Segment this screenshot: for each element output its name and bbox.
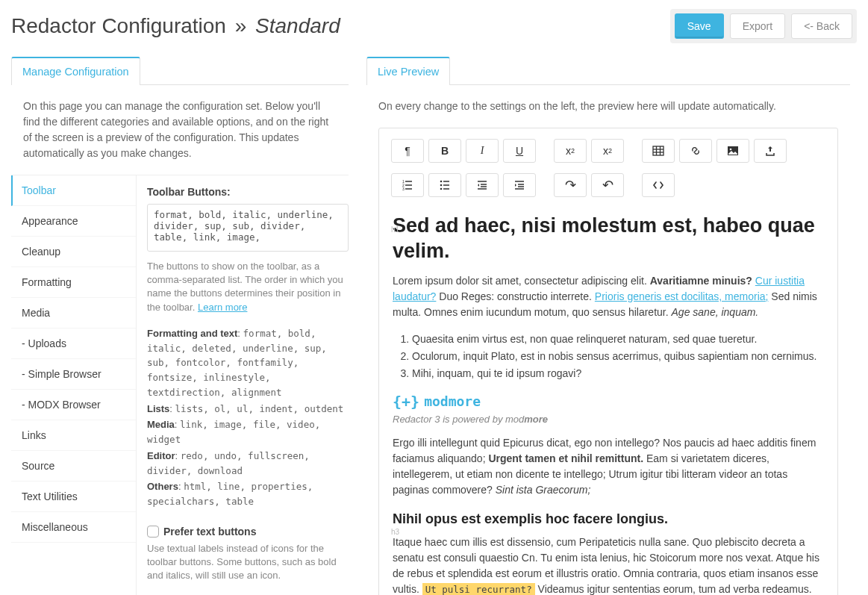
- sidebar-item-cleanup[interactable]: Cleanup: [11, 237, 136, 267]
- right-intro-text: On every change to the settings on the l…: [366, 85, 850, 128]
- subscript-button[interactable]: x2: [591, 139, 624, 163]
- svg-point-13: [440, 181, 443, 183]
- indent-button[interactable]: [503, 173, 536, 197]
- sidebar-item-uploads[interactable]: - Uploads: [11, 328, 136, 359]
- preview-heading-3: Nihil opus est exemplis hoc facere longi…: [393, 511, 824, 527]
- right-tabs: Live Preview: [366, 57, 850, 85]
- modmore-logo: {+} modmore: [393, 393, 824, 411]
- header-buttons: Save Export <- Back: [670, 9, 857, 43]
- sidebar-item-toolbar[interactable]: Toolbar: [11, 175, 136, 206]
- tab-live-preview[interactable]: Live Preview: [366, 57, 450, 85]
- left-tabs: Manage Configuration: [11, 57, 349, 85]
- sidebar-item-formatting[interactable]: Formatting: [11, 267, 136, 298]
- indent-icon: [513, 179, 525, 191]
- h1-tag-label: h1: [391, 225, 399, 234]
- image-icon: [727, 145, 739, 157]
- preview-paragraph-2: Ergo illi intellegunt quid Epicurus dica…: [393, 435, 824, 498]
- upload-button[interactable]: [754, 139, 787, 163]
- save-button[interactable]: Save: [675, 13, 724, 39]
- italic-button[interactable]: I: [466, 139, 499, 163]
- h3-tag-label: h3: [391, 528, 399, 536]
- tab-manage-configuration[interactable]: Manage Configuration: [11, 57, 140, 85]
- undo-button[interactable]: ↶: [591, 173, 624, 197]
- preview-link-2[interactable]: Prioris generis est docilitas, memoria;: [595, 290, 769, 302]
- title-separator: »: [235, 14, 247, 37]
- ol-icon: 123: [402, 179, 413, 191]
- preview-editor: ¶ B I U x2 x2: [378, 128, 838, 595]
- toolbar-buttons-help: The buttons to show on the toolbar, as a…: [147, 260, 349, 314]
- prefer-text-label: Prefer text buttons: [163, 526, 256, 538]
- list-item: Quaesita enim virtus est, non quae relin…: [412, 331, 824, 348]
- list-item: Oculorum, inquit Plato, est in nobis sen…: [412, 348, 824, 365]
- link-button[interactable]: [679, 139, 712, 163]
- list-item: Mihi, inquam, qui te id ipsum rogavi?: [412, 365, 824, 382]
- title-prefix: Redactor Configuration: [11, 14, 226, 37]
- sidebar-item-text-utilities[interactable]: Text Utilities: [11, 482, 136, 512]
- sidebar-item-modx-browser[interactable]: - MODX Browser: [11, 390, 136, 420]
- page-title: Redactor Configuration » Standard: [11, 14, 340, 38]
- toolbar-buttons-label: Toolbar Buttons:: [147, 186, 349, 198]
- link-icon: [690, 145, 702, 157]
- svg-point-6: [730, 149, 732, 151]
- sidebar-item-appearance[interactable]: Appearance: [11, 206, 136, 237]
- redo-button[interactable]: ↷: [554, 173, 587, 197]
- preview-heading-1: Sed ad haec, nisi molestum est, habeo qu…: [393, 214, 824, 264]
- editor-content[interactable]: h1 Sed ad haec, nisi molestum est, habeo…: [379, 208, 837, 595]
- ul-icon: [439, 179, 451, 191]
- svg-text:3: 3: [402, 187, 405, 191]
- outdent-button[interactable]: [466, 173, 499, 197]
- table-button[interactable]: [642, 139, 675, 163]
- logo-caption: Redactor 3 is powered by modmore: [393, 414, 824, 425]
- back-button[interactable]: <- Back: [791, 13, 852, 39]
- upload-icon: [764, 145, 776, 157]
- export-button[interactable]: Export: [730, 13, 785, 39]
- left-intro-text: On this page you can manage the configur…: [11, 85, 349, 175]
- sidebar-item-media[interactable]: Media: [11, 298, 136, 328]
- table-icon: [652, 145, 664, 157]
- category-sidebar: Toolbar Appearance Cleanup Formatting Me…: [11, 175, 137, 595]
- preview-paragraph-3: Itaque haec cum illis est dissensio, cum…: [393, 535, 824, 595]
- prefer-text-checkbox[interactable]: [147, 526, 159, 538]
- svg-point-14: [440, 184, 443, 187]
- sidebar-item-links[interactable]: Links: [11, 420, 136, 451]
- superscript-button[interactable]: x2: [554, 139, 587, 163]
- sidebar-item-simple-browser[interactable]: - Simple Browser: [11, 359, 136, 390]
- learn-more-link[interactable]: Learn more: [198, 302, 247, 313]
- prefer-text-help: Use textual labels instead of icons for …: [147, 542, 349, 583]
- sidebar-item-source[interactable]: Source: [11, 451, 136, 482]
- title-suffix: Standard: [255, 14, 340, 37]
- editor-toolbar: ¶ B I U x2 x2: [379, 128, 837, 208]
- bold-button[interactable]: B: [428, 139, 461, 163]
- svg-point-15: [440, 188, 443, 190]
- html-button[interactable]: [642, 173, 675, 197]
- format-button[interactable]: ¶: [391, 139, 424, 163]
- unordered-list-button[interactable]: [428, 173, 461, 197]
- toolbar-buttons-input[interactable]: format, bold, italic, underline, divider…: [147, 204, 349, 252]
- code-icon: [652, 179, 664, 191]
- underline-button[interactable]: U: [503, 139, 536, 163]
- svg-rect-0: [653, 146, 664, 155]
- preview-ordered-list: Quaesita enim virtus est, non quae relin…: [412, 331, 824, 382]
- image-button[interactable]: [716, 139, 749, 163]
- preview-paragraph-1: Lorem ipsum dolor sit amet, consectetur …: [393, 273, 824, 320]
- outdent-icon: [476, 179, 488, 191]
- available-buttons-listing: Formatting and text: format, bold, itali…: [147, 326, 349, 509]
- ordered-list-button[interactable]: 123: [391, 173, 424, 197]
- prefer-text-checkbox-row[interactable]: Prefer text buttons: [147, 526, 349, 538]
- sidebar-item-miscellaneous[interactable]: Miscellaneous: [11, 512, 136, 543]
